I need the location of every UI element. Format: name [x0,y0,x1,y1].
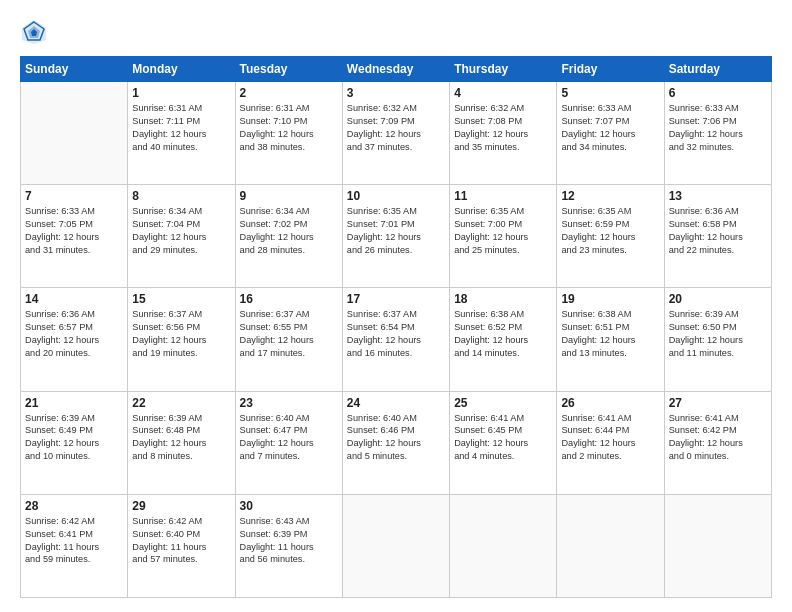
day-info: Sunrise: 6:36 AMSunset: 6:58 PMDaylight:… [669,205,767,257]
day-cell: 16Sunrise: 6:37 AMSunset: 6:55 PMDayligh… [235,288,342,391]
day-cell: 28Sunrise: 6:42 AMSunset: 6:41 PMDayligh… [21,494,128,597]
day-number: 18 [454,292,552,306]
day-info: Sunrise: 6:35 AMSunset: 6:59 PMDaylight:… [561,205,659,257]
day-cell: 10Sunrise: 6:35 AMSunset: 7:01 PMDayligh… [342,185,449,288]
day-cell [664,494,771,597]
day-cell: 7Sunrise: 6:33 AMSunset: 7:05 PMDaylight… [21,185,128,288]
day-number: 9 [240,189,338,203]
day-info: Sunrise: 6:38 AMSunset: 6:52 PMDaylight:… [454,308,552,360]
day-info: Sunrise: 6:31 AMSunset: 7:11 PMDaylight:… [132,102,230,154]
day-info: Sunrise: 6:42 AMSunset: 6:41 PMDaylight:… [25,515,123,567]
weekday-header-sunday: Sunday [21,57,128,82]
day-info: Sunrise: 6:39 AMSunset: 6:48 PMDaylight:… [132,412,230,464]
day-info: Sunrise: 6:42 AMSunset: 6:40 PMDaylight:… [132,515,230,567]
day-cell: 25Sunrise: 6:41 AMSunset: 6:45 PMDayligh… [450,391,557,494]
weekday-row: SundayMondayTuesdayWednesdayThursdayFrid… [21,57,772,82]
day-info: Sunrise: 6:41 AMSunset: 6:45 PMDaylight:… [454,412,552,464]
day-info: Sunrise: 6:37 AMSunset: 6:54 PMDaylight:… [347,308,445,360]
day-number: 26 [561,396,659,410]
day-cell: 22Sunrise: 6:39 AMSunset: 6:48 PMDayligh… [128,391,235,494]
day-number: 4 [454,86,552,100]
day-cell: 15Sunrise: 6:37 AMSunset: 6:56 PMDayligh… [128,288,235,391]
day-cell: 4Sunrise: 6:32 AMSunset: 7:08 PMDaylight… [450,82,557,185]
day-cell: 29Sunrise: 6:42 AMSunset: 6:40 PMDayligh… [128,494,235,597]
day-number: 23 [240,396,338,410]
week-row-3: 14Sunrise: 6:36 AMSunset: 6:57 PMDayligh… [21,288,772,391]
day-cell: 13Sunrise: 6:36 AMSunset: 6:58 PMDayligh… [664,185,771,288]
day-number: 12 [561,189,659,203]
day-number: 25 [454,396,552,410]
day-cell: 2Sunrise: 6:31 AMSunset: 7:10 PMDaylight… [235,82,342,185]
day-number: 28 [25,499,123,513]
day-cell: 14Sunrise: 6:36 AMSunset: 6:57 PMDayligh… [21,288,128,391]
weekday-header-thursday: Thursday [450,57,557,82]
day-cell: 1Sunrise: 6:31 AMSunset: 7:11 PMDaylight… [128,82,235,185]
day-number: 16 [240,292,338,306]
day-number: 17 [347,292,445,306]
day-number: 20 [669,292,767,306]
day-cell: 21Sunrise: 6:39 AMSunset: 6:49 PMDayligh… [21,391,128,494]
day-cell: 12Sunrise: 6:35 AMSunset: 6:59 PMDayligh… [557,185,664,288]
day-number: 8 [132,189,230,203]
day-cell: 27Sunrise: 6:41 AMSunset: 6:42 PMDayligh… [664,391,771,494]
day-info: Sunrise: 6:39 AMSunset: 6:50 PMDaylight:… [669,308,767,360]
day-info: Sunrise: 6:39 AMSunset: 6:49 PMDaylight:… [25,412,123,464]
day-cell [342,494,449,597]
day-cell: 6Sunrise: 6:33 AMSunset: 7:06 PMDaylight… [664,82,771,185]
day-number: 24 [347,396,445,410]
header [20,18,772,46]
day-number: 5 [561,86,659,100]
day-info: Sunrise: 6:37 AMSunset: 6:56 PMDaylight:… [132,308,230,360]
day-cell: 5Sunrise: 6:33 AMSunset: 7:07 PMDaylight… [557,82,664,185]
week-row-2: 7Sunrise: 6:33 AMSunset: 7:05 PMDaylight… [21,185,772,288]
calendar-page: SundayMondayTuesdayWednesdayThursdayFrid… [0,0,792,612]
day-number: 7 [25,189,123,203]
weekday-header-saturday: Saturday [664,57,771,82]
day-cell [557,494,664,597]
day-number: 13 [669,189,767,203]
day-cell [21,82,128,185]
day-info: Sunrise: 6:33 AMSunset: 7:06 PMDaylight:… [669,102,767,154]
day-info: Sunrise: 6:32 AMSunset: 7:09 PMDaylight:… [347,102,445,154]
day-info: Sunrise: 6:35 AMSunset: 7:01 PMDaylight:… [347,205,445,257]
day-cell: 18Sunrise: 6:38 AMSunset: 6:52 PMDayligh… [450,288,557,391]
day-cell: 8Sunrise: 6:34 AMSunset: 7:04 PMDaylight… [128,185,235,288]
logo [20,18,52,46]
day-info: Sunrise: 6:40 AMSunset: 6:47 PMDaylight:… [240,412,338,464]
day-cell: 23Sunrise: 6:40 AMSunset: 6:47 PMDayligh… [235,391,342,494]
day-info: Sunrise: 6:34 AMSunset: 7:02 PMDaylight:… [240,205,338,257]
week-row-1: 1Sunrise: 6:31 AMSunset: 7:11 PMDaylight… [21,82,772,185]
day-number: 10 [347,189,445,203]
day-info: Sunrise: 6:33 AMSunset: 7:07 PMDaylight:… [561,102,659,154]
day-cell: 20Sunrise: 6:39 AMSunset: 6:50 PMDayligh… [664,288,771,391]
weekday-header-friday: Friday [557,57,664,82]
day-cell: 3Sunrise: 6:32 AMSunset: 7:09 PMDaylight… [342,82,449,185]
day-number: 3 [347,86,445,100]
day-info: Sunrise: 6:40 AMSunset: 6:46 PMDaylight:… [347,412,445,464]
day-cell: 24Sunrise: 6:40 AMSunset: 6:46 PMDayligh… [342,391,449,494]
day-info: Sunrise: 6:37 AMSunset: 6:55 PMDaylight:… [240,308,338,360]
day-number: 27 [669,396,767,410]
logo-icon [20,18,48,46]
week-row-5: 28Sunrise: 6:42 AMSunset: 6:41 PMDayligh… [21,494,772,597]
day-number: 22 [132,396,230,410]
week-row-4: 21Sunrise: 6:39 AMSunset: 6:49 PMDayligh… [21,391,772,494]
day-info: Sunrise: 6:35 AMSunset: 7:00 PMDaylight:… [454,205,552,257]
day-info: Sunrise: 6:43 AMSunset: 6:39 PMDaylight:… [240,515,338,567]
day-info: Sunrise: 6:41 AMSunset: 6:42 PMDaylight:… [669,412,767,464]
weekday-header-tuesday: Tuesday [235,57,342,82]
day-info: Sunrise: 6:32 AMSunset: 7:08 PMDaylight:… [454,102,552,154]
day-number: 1 [132,86,230,100]
calendar-header: SundayMondayTuesdayWednesdayThursdayFrid… [21,57,772,82]
day-number: 15 [132,292,230,306]
day-number: 29 [132,499,230,513]
day-info: Sunrise: 6:33 AMSunset: 7:05 PMDaylight:… [25,205,123,257]
day-info: Sunrise: 6:38 AMSunset: 6:51 PMDaylight:… [561,308,659,360]
day-cell: 17Sunrise: 6:37 AMSunset: 6:54 PMDayligh… [342,288,449,391]
day-cell: 30Sunrise: 6:43 AMSunset: 6:39 PMDayligh… [235,494,342,597]
day-info: Sunrise: 6:34 AMSunset: 7:04 PMDaylight:… [132,205,230,257]
day-number: 11 [454,189,552,203]
calendar-body: 1Sunrise: 6:31 AMSunset: 7:11 PMDaylight… [21,82,772,598]
day-cell [450,494,557,597]
day-number: 14 [25,292,123,306]
